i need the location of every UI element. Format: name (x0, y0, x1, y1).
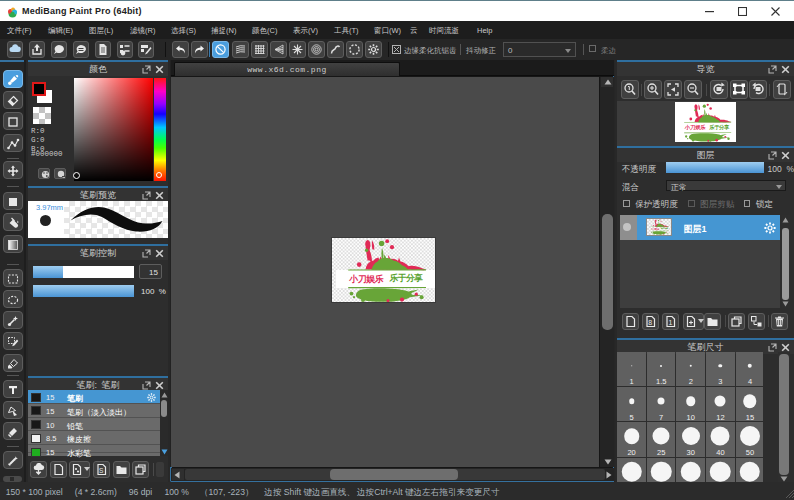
svg-text:8: 8 (648, 318, 652, 325)
svg-text:1: 1 (669, 318, 673, 325)
svg-text:S: S (99, 466, 104, 473)
